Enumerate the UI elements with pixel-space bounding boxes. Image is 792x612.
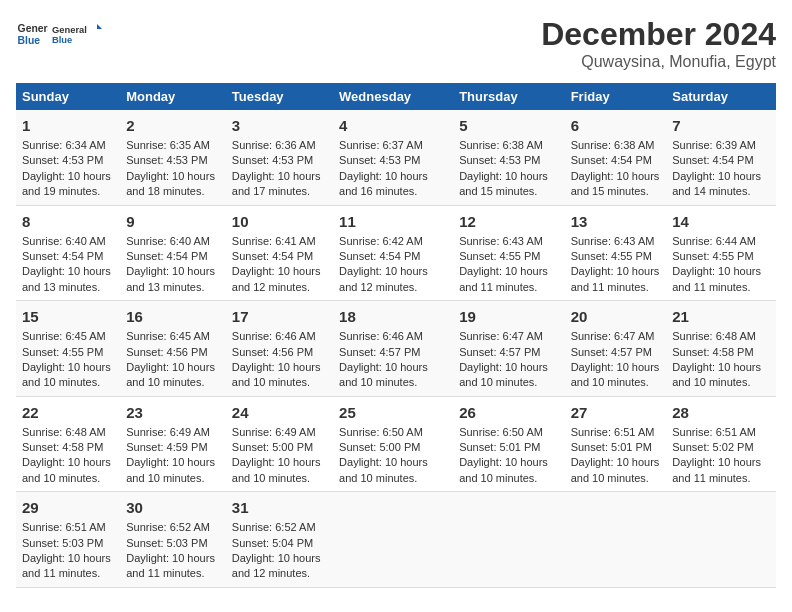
page-header: General Blue General Blue December 2024 … <box>16 16 776 71</box>
day-number: 19 <box>459 306 559 327</box>
week-row-4: 22Sunrise: 6:48 AMSunset: 4:58 PMDayligh… <box>16 396 776 492</box>
calendar-body: 1Sunrise: 6:34 AMSunset: 4:53 PMDaylight… <box>16 110 776 587</box>
day-cell: 1Sunrise: 6:34 AMSunset: 4:53 PMDaylight… <box>16 110 120 205</box>
sunrise: Sunrise: 6:47 AM <box>459 330 543 342</box>
sunset: Sunset: 5:01 PM <box>571 441 652 453</box>
day-number: 24 <box>232 402 327 423</box>
daylight: Daylight: 10 hours and 12 minutes. <box>232 552 321 579</box>
day-cell: 16Sunrise: 6:45 AMSunset: 4:56 PMDayligh… <box>120 301 226 397</box>
week-row-1: 1Sunrise: 6:34 AMSunset: 4:53 PMDaylight… <box>16 110 776 205</box>
day-number: 9 <box>126 211 220 232</box>
day-number: 7 <box>672 115 770 136</box>
day-number: 10 <box>232 211 327 232</box>
sunrise: Sunrise: 6:41 AM <box>232 235 316 247</box>
sunrise: Sunrise: 6:46 AM <box>232 330 316 342</box>
daylight: Daylight: 10 hours and 10 minutes. <box>571 456 660 483</box>
svg-marker-5 <box>97 24 102 29</box>
sunrise: Sunrise: 6:43 AM <box>571 235 655 247</box>
daylight: Daylight: 10 hours and 11 minutes. <box>672 265 761 292</box>
sunset: Sunset: 5:03 PM <box>22 537 103 549</box>
day-cell: 21Sunrise: 6:48 AMSunset: 4:58 PMDayligh… <box>666 301 776 397</box>
sunrise: Sunrise: 6:42 AM <box>339 235 423 247</box>
daylight: Daylight: 10 hours and 17 minutes. <box>232 170 321 197</box>
day-cell: 6Sunrise: 6:38 AMSunset: 4:54 PMDaylight… <box>565 110 667 205</box>
page-subtitle: Quwaysina, Monufia, Egypt <box>541 53 776 71</box>
sunrise: Sunrise: 6:34 AM <box>22 139 106 151</box>
sunset: Sunset: 4:55 PM <box>459 250 540 262</box>
day-number: 28 <box>672 402 770 423</box>
day-number: 5 <box>459 115 559 136</box>
sunset: Sunset: 5:02 PM <box>672 441 753 453</box>
week-row-2: 8Sunrise: 6:40 AMSunset: 4:54 PMDaylight… <box>16 205 776 301</box>
day-cell: 31Sunrise: 6:52 AMSunset: 5:04 PMDayligh… <box>226 492 333 588</box>
day-number: 22 <box>22 402 114 423</box>
day-number: 25 <box>339 402 447 423</box>
day-cell: 14Sunrise: 6:44 AMSunset: 4:55 PMDayligh… <box>666 205 776 301</box>
day-cell: 5Sunrise: 6:38 AMSunset: 4:53 PMDaylight… <box>453 110 565 205</box>
daylight: Daylight: 10 hours and 10 minutes. <box>22 456 111 483</box>
daylight: Daylight: 10 hours and 10 minutes. <box>571 361 660 388</box>
sunset: Sunset: 4:57 PM <box>339 346 420 358</box>
day-number: 31 <box>232 497 327 518</box>
svg-text:General: General <box>52 25 87 35</box>
sunset: Sunset: 4:57 PM <box>571 346 652 358</box>
daylight: Daylight: 10 hours and 10 minutes. <box>126 456 215 483</box>
day-cell: 19Sunrise: 6:47 AMSunset: 4:57 PMDayligh… <box>453 301 565 397</box>
day-number: 17 <box>232 306 327 327</box>
sunset: Sunset: 4:57 PM <box>459 346 540 358</box>
sunrise: Sunrise: 6:51 AM <box>571 426 655 438</box>
daylight: Daylight: 10 hours and 10 minutes. <box>22 361 111 388</box>
logo-svg: General Blue <box>52 16 102 52</box>
sunrise: Sunrise: 6:50 AM <box>339 426 423 438</box>
day-cell: 24Sunrise: 6:49 AMSunset: 5:00 PMDayligh… <box>226 396 333 492</box>
daylight: Daylight: 10 hours and 13 minutes. <box>126 265 215 292</box>
day-cell: 25Sunrise: 6:50 AMSunset: 5:00 PMDayligh… <box>333 396 453 492</box>
sunrise: Sunrise: 6:40 AM <box>126 235 210 247</box>
day-cell: 28Sunrise: 6:51 AMSunset: 5:02 PMDayligh… <box>666 396 776 492</box>
day-cell: 13Sunrise: 6:43 AMSunset: 4:55 PMDayligh… <box>565 205 667 301</box>
day-cell: 30Sunrise: 6:52 AMSunset: 5:03 PMDayligh… <box>120 492 226 588</box>
sunrise: Sunrise: 6:38 AM <box>459 139 543 151</box>
daylight: Daylight: 10 hours and 15 minutes. <box>459 170 548 197</box>
day-number: 27 <box>571 402 661 423</box>
day-cell <box>565 492 667 588</box>
day-number: 12 <box>459 211 559 232</box>
sunrise: Sunrise: 6:47 AM <box>571 330 655 342</box>
day-number: 6 <box>571 115 661 136</box>
day-number: 23 <box>126 402 220 423</box>
day-number: 26 <box>459 402 559 423</box>
sunrise: Sunrise: 6:52 AM <box>126 521 210 533</box>
day-number: 21 <box>672 306 770 327</box>
day-cell: 27Sunrise: 6:51 AMSunset: 5:01 PMDayligh… <box>565 396 667 492</box>
sunrise: Sunrise: 6:36 AM <box>232 139 316 151</box>
day-cell: 8Sunrise: 6:40 AMSunset: 4:54 PMDaylight… <box>16 205 120 301</box>
day-cell: 3Sunrise: 6:36 AMSunset: 4:53 PMDaylight… <box>226 110 333 205</box>
sunset: Sunset: 4:53 PM <box>339 154 420 166</box>
sunset: Sunset: 5:01 PM <box>459 441 540 453</box>
sunrise: Sunrise: 6:51 AM <box>22 521 106 533</box>
day-number: 18 <box>339 306 447 327</box>
svg-text:General: General <box>18 23 48 34</box>
col-monday: Monday <box>120 83 226 110</box>
sunset: Sunset: 4:54 PM <box>126 250 207 262</box>
sunrise: Sunrise: 6:43 AM <box>459 235 543 247</box>
day-number: 8 <box>22 211 114 232</box>
day-cell: 12Sunrise: 6:43 AMSunset: 4:55 PMDayligh… <box>453 205 565 301</box>
sunset: Sunset: 4:54 PM <box>232 250 313 262</box>
day-number: 30 <box>126 497 220 518</box>
day-cell: 29Sunrise: 6:51 AMSunset: 5:03 PMDayligh… <box>16 492 120 588</box>
day-cell <box>453 492 565 588</box>
sunset: Sunset: 4:53 PM <box>126 154 207 166</box>
daylight: Daylight: 10 hours and 10 minutes. <box>459 361 548 388</box>
sunset: Sunset: 4:58 PM <box>672 346 753 358</box>
col-tuesday: Tuesday <box>226 83 333 110</box>
daylight: Daylight: 10 hours and 19 minutes. <box>22 170 111 197</box>
col-sunday: Sunday <box>16 83 120 110</box>
day-number: 2 <box>126 115 220 136</box>
daylight: Daylight: 10 hours and 12 minutes. <box>232 265 321 292</box>
title-block: December 2024 Quwaysina, Monufia, Egypt <box>541 16 776 71</box>
sunrise: Sunrise: 6:37 AM <box>339 139 423 151</box>
sunrise: Sunrise: 6:46 AM <box>339 330 423 342</box>
daylight: Daylight: 10 hours and 18 minutes. <box>126 170 215 197</box>
header-row: Sunday Monday Tuesday Wednesday Thursday… <box>16 83 776 110</box>
